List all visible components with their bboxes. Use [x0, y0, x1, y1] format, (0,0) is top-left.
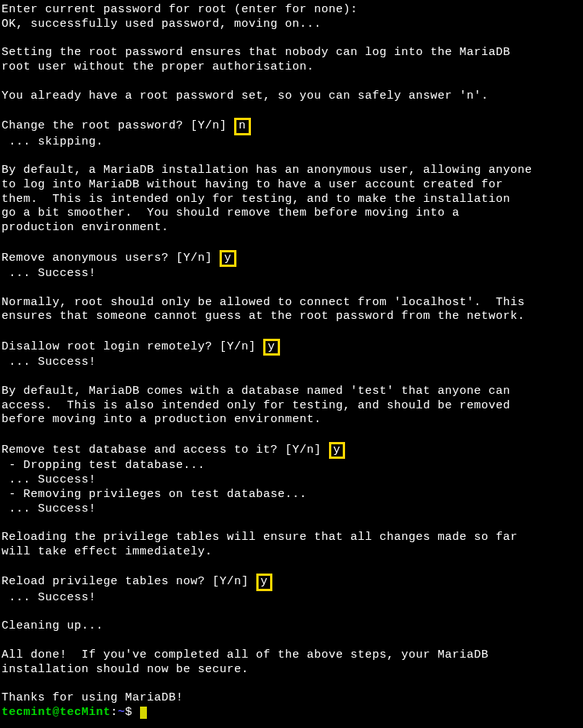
output-line: ... Success!: [2, 267, 96, 280]
user-input-highlighted: y: [220, 250, 236, 268]
output-line: - Dropping test database...: [2, 459, 205, 472]
prompt-at: @: [53, 706, 60, 719]
output-line: Enter current password for root (enter f…: [2, 3, 358, 16]
prompt-colon: :: [111, 706, 119, 719]
output-line: access. This is also intended only for t…: [2, 399, 510, 412]
output-line: You already have a root password set, so…: [2, 89, 489, 102]
prompt-question: Remove anonymous users? [Y/n]: [2, 252, 220, 265]
user-input-highlighted: y: [263, 339, 280, 356]
output-line: ensures that someone cannot guess at the…: [2, 310, 525, 323]
terminal-output[interactable]: Enter current password for root (enter f…: [2, 3, 581, 720]
output-line: before moving into a production environm…: [2, 413, 321, 426]
prompt-question: Remove test database and access to it? […: [2, 444, 329, 457]
user-input-highlighted: n: [234, 118, 251, 135]
prompt-question: Reload privilege tables now? [Y/n]: [2, 575, 256, 588]
output-line: ... Success!: [2, 473, 96, 486]
output-line: ... Success!: [2, 356, 96, 369]
output-line: root user without the proper authorisati…: [2, 60, 314, 73]
output-line: installation should now be secure.: [2, 663, 249, 676]
output-line: ... Success!: [2, 591, 96, 604]
output-line: Thanks for using MariaDB!: [2, 691, 184, 704]
output-line: By default, a MariaDB installation has a…: [2, 164, 533, 177]
output-line: production environment.: [2, 221, 169, 234]
user-input-highlighted: y: [329, 442, 346, 460]
cursor: [140, 707, 147, 719]
output-line: Normally, root should only be allowed to…: [2, 296, 525, 309]
output-line: All done! If you've completed all of the…: [2, 648, 489, 661]
output-line: - Removing privileges on test database..…: [2, 488, 307, 501]
prompt-dollar: $: [125, 706, 140, 719]
output-line: to log into MariaDB without having to ha…: [2, 178, 503, 191]
output-line: Cleaning up...: [2, 619, 103, 632]
output-line: go a bit smoother. You should remove the…: [2, 206, 460, 219]
output-line: ... Success!: [2, 502, 96, 515]
prompt-question: Disallow root login remotely? [Y/n]: [2, 340, 263, 353]
user-input-highlighted: y: [256, 574, 273, 591]
output-line: By default, MariaDB comes with a databas…: [2, 385, 510, 398]
prompt-user: tecmint: [2, 706, 53, 719]
output-line: will take effect immediately.: [2, 545, 213, 558]
output-line: OK, successfully used password, moving o…: [2, 18, 321, 31]
output-line: ... skipping.: [2, 135, 103, 148]
output-line: them. This is intended only for testing,…: [2, 193, 510, 206]
prompt-path: ~: [118, 706, 125, 719]
output-line: Setting the root password ensures that n…: [2, 46, 510, 59]
prompt-question: Change the root password? [Y/n]: [2, 119, 234, 132]
output-line: Reloading the privilege tables will ensu…: [2, 531, 518, 544]
prompt-host: tecMint: [60, 706, 111, 719]
